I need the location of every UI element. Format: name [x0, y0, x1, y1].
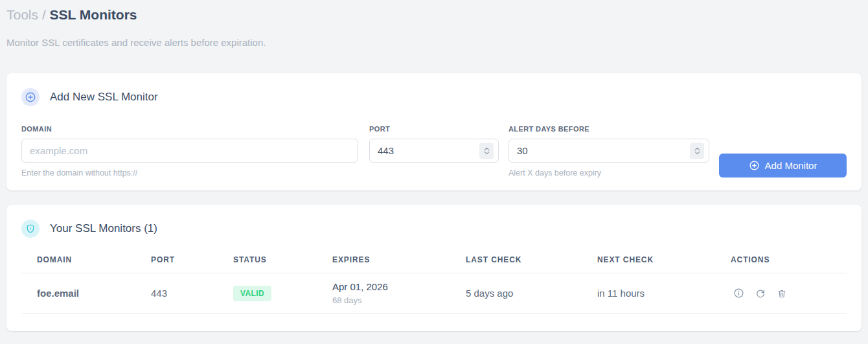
col-header-domain: DOMAIN: [21, 251, 151, 273]
col-header-last-check: LAST CHECK: [466, 251, 597, 273]
chevron-up-icon: [484, 147, 490, 150]
chevron-up-icon: [694, 147, 700, 150]
chevron-down-icon: [694, 151, 700, 154]
port-field-group: PORT: [369, 125, 499, 178]
refresh-icon: [755, 288, 766, 299]
monitor-port: 443: [151, 273, 233, 314]
col-header-port: PORT: [151, 251, 233, 273]
trash-icon: [777, 288, 787, 299]
alert-days-helper-text: Alert X days before expiry: [508, 168, 709, 178]
add-monitor-form: DOMAIN Enter the domain without https://…: [21, 125, 847, 178]
table-header-row: DOMAIN PORT STATUS EXPIRES LAST CHECK NE…: [21, 251, 847, 273]
info-icon: [733, 288, 744, 299]
domain-field-group: DOMAIN Enter the domain without https://: [21, 125, 358, 178]
row-actions: [731, 288, 847, 299]
alert-days-input[interactable]: [508, 139, 709, 163]
monitor-expires-date: Apr 01, 2026: [332, 281, 466, 292]
monitors-list-card: Your SSL Monitors (1) DOMAIN PORT STATUS…: [6, 205, 862, 331]
page-subtitle: Monitor SSL certificates and receive ale…: [6, 37, 862, 48]
col-header-next-check: NEXT CHECK: [597, 251, 731, 273]
add-monitor-card-header: Add New SSL Monitor: [21, 88, 847, 106]
domain-helper-text: Enter the domain without https://: [21, 168, 358, 178]
chevron-down-icon: [484, 151, 490, 154]
monitor-expires-days: 68 days: [332, 295, 466, 305]
monitors-table: DOMAIN PORT STATUS EXPIRES LAST CHECK NE…: [21, 251, 847, 314]
monitors-card-header: Your SSL Monitors (1): [21, 220, 847, 238]
monitor-last-check: 5 days ago: [466, 273, 597, 314]
breadcrumb-tools-link[interactable]: Tools: [6, 7, 38, 22]
plus-circle-icon: [21, 88, 40, 106]
col-header-expires: EXPIRES: [332, 251, 466, 273]
port-stepper[interactable]: [479, 143, 494, 159]
add-monitor-card-title: Add New SSL Monitor: [50, 91, 158, 104]
ssl-monitors-page: Tools / SSL Monitors Monitor SSL certifi…: [0, 0, 868, 331]
refresh-button[interactable]: [755, 288, 766, 299]
breadcrumb-separator: /: [42, 7, 46, 22]
monitors-card-title: Your SSL Monitors (1): [50, 222, 157, 235]
port-label: PORT: [369, 125, 499, 133]
alert-days-stepper[interactable]: [690, 143, 704, 159]
col-header-actions: ACTIONS: [731, 251, 847, 273]
domain-input[interactable]: [21, 139, 358, 163]
delete-button[interactable]: [776, 288, 787, 299]
breadcrumb: Tools / SSL Monitors: [6, 6, 862, 23]
col-header-status: STATUS: [233, 251, 332, 273]
info-button[interactable]: [733, 288, 744, 299]
add-monitor-card: Add New SSL Monitor DOMAIN Enter the dom…: [6, 73, 862, 190]
domain-label: DOMAIN: [21, 125, 358, 133]
alert-days-field-group: ALERT DAYS BEFORE Alert X days before ex…: [508, 125, 709, 178]
table-row: foe.email 443 VALID Apr 01, 2026 68 days…: [21, 273, 847, 314]
shield-icon: [21, 220, 40, 238]
plus-circle-icon: [749, 160, 760, 171]
alert-days-label: ALERT DAYS BEFORE: [508, 125, 709, 133]
monitor-next-check: in 11 hours: [597, 273, 731, 314]
status-badge: VALID: [233, 286, 271, 301]
page-title: SSL Monitors: [50, 7, 137, 22]
monitor-domain: foe.email: [21, 273, 151, 314]
add-monitor-button[interactable]: Add Monitor: [719, 154, 847, 178]
add-monitor-button-label: Add Monitor: [765, 160, 817, 171]
